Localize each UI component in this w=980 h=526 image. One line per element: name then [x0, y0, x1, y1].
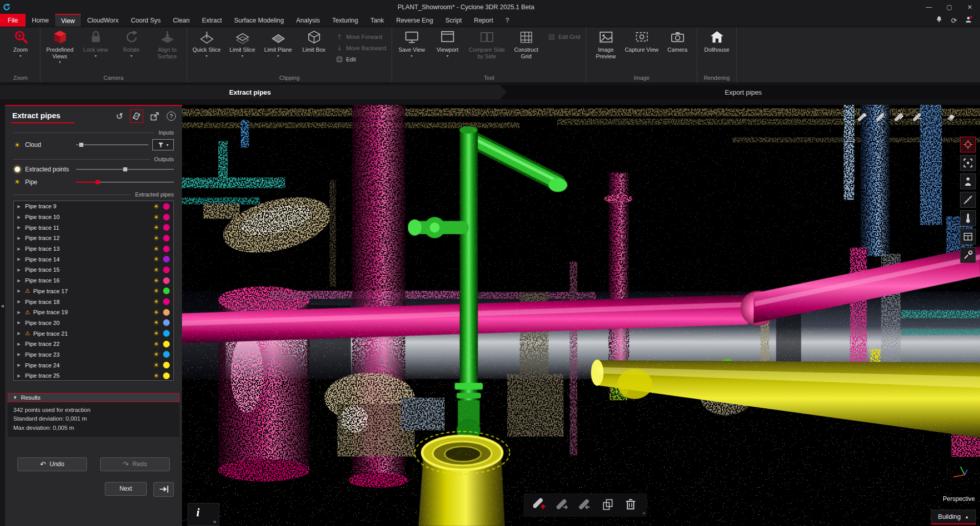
ribbon-button-rotate[interactable]: Rotate▾	[113, 27, 149, 59]
expand-icon[interactable]: ▶	[17, 257, 22, 261]
ribbon-button-predefined-views[interactable]: Predefined Views▾	[42, 27, 78, 65]
ribbon-button-move-forward[interactable]: Move Forward	[336, 32, 386, 41]
visibility-sun-icon[interactable]: ☀	[152, 224, 160, 231]
trace-pipe-icon[interactable]	[874, 111, 888, 123]
menu-help[interactable]: ?	[499, 14, 515, 27]
menu-clean[interactable]: Clean	[167, 14, 196, 27]
continue-pipe-button[interactable]	[556, 497, 569, 513]
pipe-color-dot[interactable]	[163, 246, 170, 252]
tools-button[interactable]	[960, 247, 976, 263]
next-button[interactable]: Next	[105, 482, 147, 496]
pipe-color-dot[interactable]	[163, 309, 170, 316]
eraser-icon[interactable]	[944, 111, 958, 123]
cloud-filter-dropdown[interactable]: ▾	[152, 139, 174, 150]
expand-icon[interactable]: ▶	[17, 225, 22, 230]
expand-icon[interactable]: ▶	[17, 363, 22, 367]
expand-icon[interactable]: ▶	[17, 374, 22, 378]
collapse-panel-arrow[interactable]: ◄	[0, 303, 5, 309]
building-selector[interactable]: Building ▲	[931, 510, 976, 524]
visibility-sun-icon[interactable]: ☀	[152, 255, 160, 263]
extend-pipe-button[interactable]	[578, 497, 592, 513]
pipe-color-dot[interactable]	[163, 341, 170, 347]
user-account-icon[interactable]	[965, 15, 973, 26]
ribbon-button-lock-view[interactable]: Lock view▾	[78, 27, 113, 59]
ribbon-button-align-to-surface[interactable]: Align to Surface	[149, 27, 185, 59]
expand-icon[interactable]: ▶	[17, 204, 22, 209]
menu-home[interactable]: Home	[26, 14, 55, 27]
menu-texturing[interactable]: Texturing	[326, 14, 364, 27]
pipe-trace-item[interactable]: ▶⚠Pipe trace 10☀	[14, 212, 173, 223]
toolbar-expand-icon[interactable]: ^	[643, 512, 645, 517]
ribbon-button-zoom[interactable]: Zoom▾	[3, 27, 38, 59]
ribbon-button-limit-plane[interactable]: Limit Plane▾	[260, 27, 296, 59]
close-button[interactable]: ✕	[960, 0, 980, 14]
menu-file[interactable]: File	[0, 14, 26, 27]
help-icon[interactable]: ?	[167, 112, 176, 121]
ribbon-button-save-view[interactable]: Save View▾	[394, 27, 429, 59]
grid-display-button[interactable]	[960, 229, 976, 245]
edit-pipe-icon[interactable]	[893, 111, 906, 123]
visibility-sun-icon[interactable]: ☀	[152, 330, 160, 337]
ribbon-button-camera[interactable]: Camera	[659, 27, 695, 53]
pipe-trace-item[interactable]: ▶⚠Pipe trace 21☀	[14, 328, 173, 339]
menu-extract[interactable]: Extract	[196, 14, 228, 27]
duplicate-pipe-button[interactable]	[601, 497, 615, 513]
pipe-color-dot[interactable]	[163, 288, 170, 294]
minimize-button[interactable]: —	[919, 0, 939, 14]
menu-report[interactable]: Report	[468, 14, 499, 27]
ribbon-button-image-preview[interactable]: Image Preview	[588, 27, 624, 59]
expand-icon[interactable]: ▶	[17, 215, 22, 220]
center-view-button[interactable]	[960, 155, 976, 171]
pipe-color-dot[interactable]	[163, 298, 170, 305]
extracted-points-slider[interactable]	[76, 166, 174, 173]
pipe-color-dot[interactable]	[163, 256, 170, 262]
ribbon-button-edit-grid[interactable]: Edit Grid	[548, 32, 580, 41]
ribbon-button-edit[interactable]: Edit	[336, 55, 386, 64]
pipe-color-dot[interactable]	[163, 362, 170, 368]
ribbon-button-construct-grid[interactable]: Construct Grid	[508, 27, 544, 59]
pipe-trace-item[interactable]: ▶⚠Pipe trace 11☀	[14, 222, 173, 233]
expand-icon[interactable]: ▶	[17, 278, 22, 283]
pipe-color-dot[interactable]	[163, 319, 170, 326]
visibility-sun-icon[interactable]: ☀	[152, 340, 160, 348]
pipe-color-dot[interactable]	[163, 277, 170, 284]
pipe-trace-item[interactable]: ▶⚠Pipe trace 16☀	[14, 275, 173, 286]
3d-viewport[interactable]: ^ i » Perspective Building ▲	[182, 105, 980, 526]
visibility-sun-icon[interactable]: ☀	[152, 287, 160, 295]
pipe-opacity-slider[interactable]	[76, 179, 174, 186]
expand-icon[interactable]: ▶	[17, 352, 22, 357]
ribbon-button-limit-slice[interactable]: Limit Slice▾	[224, 27, 260, 59]
info-expand-icon[interactable]: »	[213, 518, 216, 524]
ribbon-button-limit-box[interactable]: Limit Box	[296, 27, 332, 53]
delete-pipe-button[interactable]	[624, 497, 637, 513]
undo-button[interactable]: ↶Undo	[17, 457, 87, 471]
smooth-pipe-icon[interactable]	[911, 111, 925, 123]
export-icon[interactable]	[150, 111, 160, 121]
visibility-sun-icon[interactable]: ☀	[152, 361, 160, 369]
expand-icon[interactable]: ▶	[17, 299, 22, 304]
expand-icon[interactable]: ▶	[17, 236, 22, 240]
pipe-trace-item[interactable]: ▶⚠Pipe trace 24☀	[14, 360, 173, 370]
pipe-color-dot[interactable]	[163, 214, 170, 221]
visibility-sun-icon[interactable]: ☀	[152, 309, 160, 316]
pipe-trace-item[interactable]: ▶⚠Pipe trace 22☀	[14, 339, 173, 349]
bulb-icon[interactable]	[15, 167, 20, 172]
workflow-step-export-pipes[interactable]: Export pipes	[507, 85, 980, 99]
menu-surface-modeling[interactable]: Surface Modeling	[228, 14, 290, 27]
info-panel[interactable]: i »	[188, 503, 219, 526]
navigation-mode-button[interactable]	[960, 137, 976, 152]
expand-icon[interactable]: ▶	[17, 289, 22, 293]
pipe-trace-item[interactable]: ▶⚠Pipe trace 14☀	[14, 254, 173, 265]
menu-reverse-eng[interactable]: Reverse Eng	[390, 14, 439, 27]
extracted-pipes-list[interactable]: ▶⚠Pipe trace 9☀ ▶⚠Pipe trace 10☀ ▶⚠Pipe …	[13, 201, 174, 381]
expand-icon[interactable]: ▶	[17, 247, 22, 251]
pipe-trace-item[interactable]: ▶⚠Pipe trace 17☀	[14, 286, 173, 297]
pipe-color-dot[interactable]	[163, 203, 170, 210]
ribbon-button-compare-side-by-side[interactable]: Compare Side by Side	[465, 27, 508, 59]
pipe-color-dot[interactable]	[163, 372, 170, 379]
visibility-sun-icon[interactable]: ☀	[152, 350, 160, 358]
pipe-trace-item[interactable]: ▶⚠Pipe trace 15☀	[14, 265, 173, 275]
pipe-color-dot[interactable]	[163, 267, 170, 273]
first-person-button[interactable]	[960, 173, 976, 189]
pipe-trace-item[interactable]: ▶⚠Pipe trace 25☀	[14, 370, 173, 381]
